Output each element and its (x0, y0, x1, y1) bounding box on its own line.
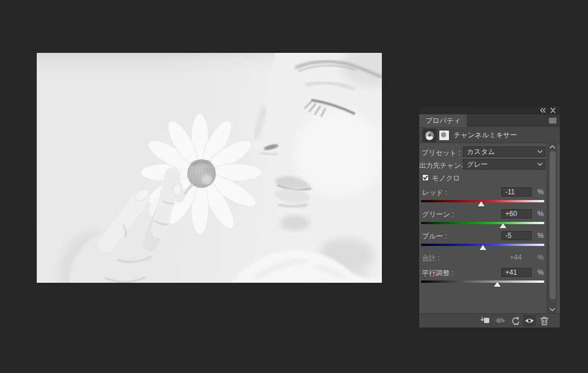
output-channel-dropdown[interactable]: グレー (463, 159, 546, 170)
panel-footer (419, 313, 560, 328)
preset-value: カスタム (467, 148, 495, 156)
total-unit: % (537, 253, 544, 262)
photo-woman-smelling-daisy (37, 53, 382, 283)
delete-adjustment-button[interactable] (538, 315, 551, 326)
green-value-input[interactable]: +60 (501, 209, 532, 218)
chevron-down-icon (537, 150, 543, 153)
blue-label: ブルー : (422, 232, 447, 241)
red-slider-thumb[interactable] (478, 201, 485, 206)
layer-mask-icon[interactable] (439, 130, 450, 141)
reset-button[interactable] (509, 315, 522, 326)
collapse-panel-icon[interactable] (539, 107, 546, 113)
constant-value-input[interactable]: +41 (501, 268, 532, 277)
blue-unit: % (537, 232, 544, 240)
preset-label: プリセット : (419, 148, 461, 158)
adjustment-title: チャンネルミキサー (454, 127, 517, 143)
constant-unit: % (537, 268, 544, 276)
panel-tab-bar: プロパティ (419, 114, 560, 127)
scroll-down-icon[interactable] (550, 307, 555, 312)
view-previous-state-button[interactable] (494, 315, 506, 326)
green-label: グリーン : (422, 210, 454, 220)
blue-value-input[interactable]: -5 (501, 231, 532, 240)
monochrome-label: モノクロ (432, 174, 460, 183)
photoshop-workspace: プロパティ チャンネルミキサー (0, 0, 588, 373)
scroll-up-icon[interactable] (550, 145, 555, 149)
output-channel-label: 出力先チャンネル : (419, 161, 461, 171)
blue-slider-thumb[interactable] (479, 245, 486, 250)
red-label: レッド : (422, 188, 447, 198)
total-value: +44 (510, 253, 521, 262)
document-canvas[interactable] (37, 53, 382, 283)
red-unit: % (537, 188, 544, 196)
output-channel-value: グレー (467, 160, 488, 168)
red-value-input[interactable]: -11 (501, 187, 532, 197)
scrollbar-thumb[interactable] (549, 151, 556, 300)
constant-slider-thumb[interactable] (494, 282, 501, 287)
adjustment-header: チャンネルミキサー (419, 127, 560, 143)
panel-title-strip (419, 106, 560, 114)
constant-label: 平行調整 : (422, 268, 454, 278)
close-panel-icon[interactable] (550, 107, 556, 113)
channel-mixer-icon (423, 129, 436, 142)
green-slider-track[interactable] (421, 222, 544, 224)
properties-panel: プロパティ チャンネルミキサー (419, 106, 560, 328)
green-unit: % (537, 210, 544, 218)
panel-menu-icon[interactable] (549, 118, 556, 124)
toggle-visibility-button[interactable] (523, 315, 536, 326)
monochrome-checkbox[interactable] (422, 174, 429, 181)
preset-dropdown[interactable]: カスタム (463, 147, 546, 157)
total-label: 合計 : (422, 253, 440, 263)
green-slider-thumb[interactable] (500, 223, 506, 228)
tab-properties[interactable]: プロパティ (419, 114, 467, 127)
panel-scrollbar[interactable] (547, 143, 557, 313)
channel-mixer-controls: プリセット : カスタム 出力先チャンネル : グレー (419, 143, 560, 313)
chevron-down-icon (537, 163, 543, 166)
constant-slider-track[interactable] (421, 280, 544, 283)
clip-to-layer-button[interactable] (478, 315, 491, 326)
check-icon (423, 175, 428, 180)
